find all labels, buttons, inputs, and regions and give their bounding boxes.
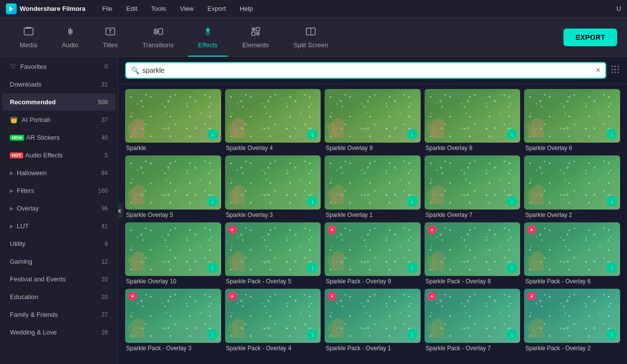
grid-label-5: Sparkle Overlay 6 [524, 145, 620, 152]
sidebar-item-downloads[interactable]: Downloads 31 [2, 76, 116, 93]
sidebar-audio-effects-count: 5 [104, 152, 108, 159]
search-area: 🔍 × [118, 57, 627, 84]
download-badge: ↓ [407, 262, 418, 273]
search-clear-button[interactable]: × [596, 66, 600, 75]
svg-rect-5 [154, 29, 158, 34]
grid-item-5[interactable]: ↓ Sparkle Overlay 6 [524, 89, 620, 152]
grid-item-15[interactable]: ♦ ↓ Sparkle Pack - Overlay 6 [524, 222, 620, 285]
menu-export[interactable]: Export [205, 4, 228, 13]
grid-item-14[interactable]: ♦ ↓ Sparkle Pack - Overlay 8 [425, 222, 521, 285]
toolbar-elements[interactable]: Elements [232, 22, 279, 53]
sidebar-item-ai-portrait[interactable]: 👑 AI Portrait 37 [2, 111, 116, 128]
grid-label-13: Sparkle Pack - Overlay 9 [325, 278, 421, 285]
grid-item-9[interactable]: ↓ Sparkle Overlay 7 [425, 155, 521, 218]
toolbar-split-screen[interactable]: Split Screen [284, 22, 338, 53]
sidebar-item-wedding-love[interactable]: Wedding & Love 29 [2, 324, 116, 341]
sidebar-item-education[interactable]: Education 20 [2, 288, 116, 305]
menu-tools[interactable]: Tools [149, 4, 168, 13]
sidebar-item-audio-effects[interactable]: HOT Audio Effects 5 [2, 147, 116, 164]
grid-item-3[interactable]: ↓ Sparkle Overlay 9 [325, 89, 421, 152]
grid-item-7[interactable]: ↓ Sparkle Overlay 3 [225, 155, 321, 218]
svg-point-20 [612, 71, 613, 73]
sidebar-filters-label: Filters [17, 187, 98, 194]
sidebar-filters-count: 160 [98, 187, 108, 194]
filters-chevron: ▶ [10, 188, 14, 193]
grid-thumb-16: ♦ ↓ [125, 289, 221, 342]
lut-chevron: ▶ [10, 223, 14, 229]
grid-item-11[interactable]: ↓ Sparkle Overlay 10 [125, 222, 221, 285]
elements-icon [250, 26, 261, 39]
toolbar-media-label: Media [20, 41, 37, 49]
search-options-button[interactable] [610, 64, 620, 77]
sidebar-item-recommended[interactable]: Recommended 500 [2, 93, 116, 111]
grid-item-17[interactable]: ♦ ↓ Sparkle Pack - Overlay 4 [225, 289, 321, 351]
sidebar-audio-effects-label: Audio Effects [25, 152, 104, 159]
grid-item-10[interactable]: ↓ Sparkle Overlay 2 [524, 155, 620, 218]
svg-rect-8 [252, 28, 255, 31]
sidebar-item-family-friends[interactable]: Family & Friends 27 [2, 306, 116, 323]
sidebar-utility-count: 9 [104, 241, 108, 247]
menu-edit[interactable]: Edit [124, 4, 139, 13]
grid-item-8[interactable]: ↓ Sparkle Overlay 1 [325, 155, 421, 218]
app-name: Wondershare Filmora [20, 5, 85, 12]
sidebar-recommended-count: 500 [98, 99, 108, 106]
hot-badge: HOT [10, 152, 23, 158]
media-icon [23, 26, 34, 39]
premium-badge: ♦ [228, 292, 237, 301]
download-badge: ↓ [606, 329, 617, 340]
grid-thumb-3: ↓ [325, 89, 421, 143]
toolbar-media[interactable]: Media [10, 22, 47, 53]
sidebar-item-overlay[interactable]: ▶ Overlay 96 [2, 200, 116, 217]
audio-icon [65, 26, 75, 39]
sidebar-item-lut[interactable]: ▶ LUT 41 [2, 217, 116, 235]
grid-item-1[interactable]: ↓ Sparkle [125, 89, 221, 152]
toolbar-effects[interactable]: Effects [188, 22, 228, 53]
sidebar-item-utility[interactable]: Utility 9 [2, 235, 116, 252]
svg-point-7 [206, 32, 209, 35]
sidebar-item-ar-stickers[interactable]: NEW AR Stickers 40 [2, 129, 116, 146]
user-area[interactable]: U [617, 5, 621, 12]
grid-item-18[interactable]: ♦ ↓ Sparkle Pack - Overlay 1 [325, 289, 421, 351]
toolbar-titles[interactable]: T Titles [93, 22, 128, 53]
sidebar: ♡ Favorites 0 Downloads 31 Recommended 5… [0, 57, 118, 364]
export-button[interactable]: EXPORT [563, 29, 617, 46]
sidebar-lut-count: 41 [101, 223, 108, 230]
toolbar-transitions[interactable]: Transitions [132, 22, 183, 53]
menu-view[interactable]: View [178, 4, 196, 13]
overlay-chevron: ▶ [10, 206, 14, 211]
grid-item-4[interactable]: ↓ Sparkle Overlay 8 [425, 89, 521, 152]
sidebar-item-halloween[interactable]: ▶ Halloween 84 [2, 164, 116, 182]
sidebar-recommended-label: Recommended [10, 98, 98, 106]
premium-badge: ♦ [328, 225, 336, 234]
collapse-handle[interactable]: ◀ [118, 203, 123, 218]
halloween-chevron: ▶ [10, 170, 14, 176]
menu-help[interactable]: Help [238, 4, 255, 13]
sidebar-item-gaming[interactable]: Gaming 12 [2, 253, 116, 270]
grid-thumb-1: ↓ [125, 89, 221, 143]
new-badge: NEW [10, 135, 24, 141]
download-badge: ↓ [606, 196, 617, 207]
grid-item-6[interactable]: ↓ Sparkle Overlay 5 [125, 155, 221, 218]
grid-label-9: Sparkle Overlay 7 [425, 212, 521, 218]
grid-label-18: Sparkle Pack - Overlay 1 [325, 345, 421, 352]
crown-icon: 👑 [10, 116, 18, 123]
toolbar-audio[interactable]: Audio [52, 22, 88, 53]
grid-item-19[interactable]: ♦ ↓ Sparkle Pack - Overlay 7 [425, 289, 521, 351]
content-area: ◀ 🔍 × [118, 57, 627, 364]
transitions-icon [153, 26, 164, 39]
menu-file[interactable]: File [100, 4, 114, 13]
split-screen-icon [305, 26, 316, 39]
sidebar-overlay-label: Overlay [17, 205, 101, 212]
sidebar-item-filters[interactable]: ▶ Filters 160 [2, 182, 116, 199]
toolbar-split-label: Split Screen [294, 41, 328, 49]
sidebar-item-festival-events[interactable]: Festival and Events 10 [2, 271, 116, 288]
grid-item-2[interactable]: ↓ Sparkle Overlay 4 [225, 89, 321, 152]
grid-item-13[interactable]: ♦ ↓ Sparkle Pack - Overlay 9 [325, 222, 421, 285]
search-input[interactable] [142, 66, 593, 74]
sidebar-education-label: Education [10, 293, 101, 301]
premium-badge: ♦ [228, 225, 237, 234]
grid-item-16[interactable]: ♦ ↓ Sparkle Pack - Overlay 3 [125, 289, 221, 351]
sidebar-item-favorites[interactable]: ♡ Favorites 0 [2, 58, 116, 75]
grid-item-20[interactable]: ♦ ↓ Sparkle Pack - Overlay 2 [524, 289, 620, 351]
grid-item-12[interactable]: ♦ ↓ Sparkle Pack - Overlay 5 [225, 222, 321, 285]
